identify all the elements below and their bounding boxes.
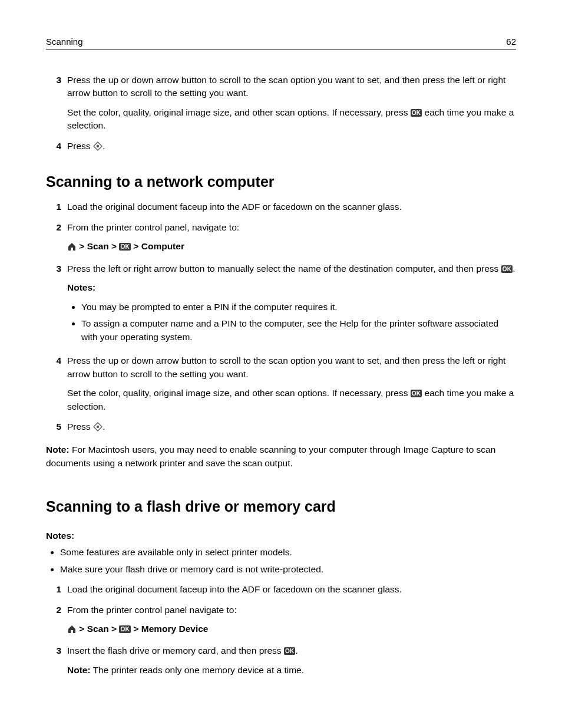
step-text: Load the original document faceup into t…	[67, 200, 516, 213]
step: 2 From the printer control panel, naviga…	[46, 221, 516, 255]
note-item: Make sure your flash drive or memory car…	[60, 563, 516, 576]
step: 2 From the printer control panel navigat…	[46, 604, 516, 638]
ok-icon: OK	[501, 265, 513, 273]
step-body: Press the up or down arrow button to scr…	[67, 74, 516, 133]
start-diamond-icon	[93, 141, 103, 154]
notes-label: Notes:	[67, 281, 516, 294]
page-number: 62	[506, 35, 516, 48]
note-item: To assign a computer name and a PIN to t…	[81, 317, 516, 344]
pre-steps: 3 Press the up or down arrow button to s…	[46, 74, 516, 154]
step-text: Insert the flash drive or memory card, a…	[67, 644, 516, 657]
step-body: Load the original document faceup into t…	[67, 583, 516, 596]
step-text: Press .	[67, 140, 516, 154]
ok-icon: OK	[411, 390, 422, 397]
note-paragraph: Note: For Macintosh users, you may need …	[46, 443, 516, 470]
step-text: Press .	[67, 420, 516, 435]
step-text: Set the color, quality, original image s…	[67, 387, 516, 413]
step-text: Press the up or down arrow button to scr…	[67, 74, 516, 100]
home-icon	[67, 624, 77, 637]
step-body: Press .	[67, 140, 516, 154]
notes-list: Some features are available only in sele…	[46, 546, 516, 576]
step-number: 3	[46, 74, 67, 133]
step-number: 1	[46, 583, 67, 596]
notes-label: Notes:	[46, 529, 516, 542]
step-text: Set the color, quality, original image s…	[67, 106, 516, 133]
step: 4 Press the up or down arrow button to s…	[46, 354, 516, 413]
step-text: From the printer control panel, navigate…	[67, 221, 516, 234]
step-number: 3	[46, 644, 67, 677]
network-steps: 1 Load the original document faceup into…	[46, 200, 516, 435]
note-item: You may be prompted to enter a PIN if th…	[81, 301, 516, 314]
nav-path: > Scan > OK > Computer	[67, 240, 516, 255]
ok-icon: OK	[284, 647, 296, 655]
step-body: Load the original document faceup into t…	[67, 200, 516, 213]
step-body: From the printer control panel, navigate…	[67, 221, 516, 255]
heading-scan-flash: Scanning to a flash drive or memory card	[46, 496, 516, 517]
section-name: Scanning	[46, 35, 83, 48]
svg-point-3	[97, 426, 99, 428]
heading-scan-network: Scanning to a network computer	[46, 171, 516, 192]
step-note: Note: The printer reads only one memory …	[67, 664, 516, 677]
step-number: 5	[46, 420, 67, 435]
step-body: Press .	[67, 420, 516, 435]
note-label: Note:	[46, 444, 70, 454]
step-body: Press the up or down arrow button to scr…	[67, 354, 516, 413]
nav-item: Computer	[141, 241, 184, 251]
step-number: 2	[46, 604, 67, 638]
step: 3 Press the up or down arrow button to s…	[46, 74, 516, 133]
note-text: The printer reads only one memory device…	[91, 665, 304, 675]
note-text: For Macintosh users, you may need to ena…	[46, 444, 495, 467]
ok-icon: OK	[119, 243, 131, 251]
step: 4 Press .	[46, 140, 516, 154]
step: 1 Load the original document faceup into…	[46, 200, 516, 213]
page-header: Scanning 62	[46, 35, 516, 50]
step: 3 Press the left or right arrow button t…	[46, 262, 516, 347]
step-body: Press the left or right arrow button to …	[67, 262, 516, 347]
note-label: Note:	[67, 665, 91, 675]
nav-item: Memory Device	[141, 624, 209, 634]
step-text: Press the left or right arrow button to …	[67, 262, 516, 275]
step: 1 Load the original document faceup into…	[46, 583, 516, 596]
step-number: 1	[46, 200, 67, 213]
step: 3 Insert the flash drive or memory card,…	[46, 644, 516, 677]
nav-path: > Scan > OK > Memory Device	[67, 622, 516, 637]
nav-item: Scan	[87, 624, 109, 634]
nav-item: Scan	[87, 241, 109, 251]
note-item: Some features are available only in sele…	[60, 546, 516, 559]
ok-icon: OK	[119, 625, 131, 633]
step-text: Press the up or down arrow button to scr…	[67, 354, 516, 381]
step-text: Load the original document faceup into t…	[67, 583, 516, 596]
home-icon	[67, 242, 77, 255]
step: 5 Press .	[46, 420, 516, 435]
step-number: 3	[46, 262, 67, 347]
step-number: 2	[46, 221, 67, 255]
start-diamond-icon	[93, 422, 103, 435]
step-text: From the printer control panel navigate …	[67, 604, 516, 617]
step-number: 4	[46, 140, 67, 154]
step-number: 4	[46, 354, 67, 413]
step-body: Insert the flash drive or memory card, a…	[67, 644, 516, 677]
svg-point-1	[97, 144, 99, 147]
flash-steps: 1 Load the original document faceup into…	[46, 583, 516, 677]
ok-icon: OK	[411, 109, 422, 117]
notes-list: You may be prompted to enter a PIN if th…	[67, 301, 516, 344]
step-body: From the printer control panel navigate …	[67, 604, 516, 638]
